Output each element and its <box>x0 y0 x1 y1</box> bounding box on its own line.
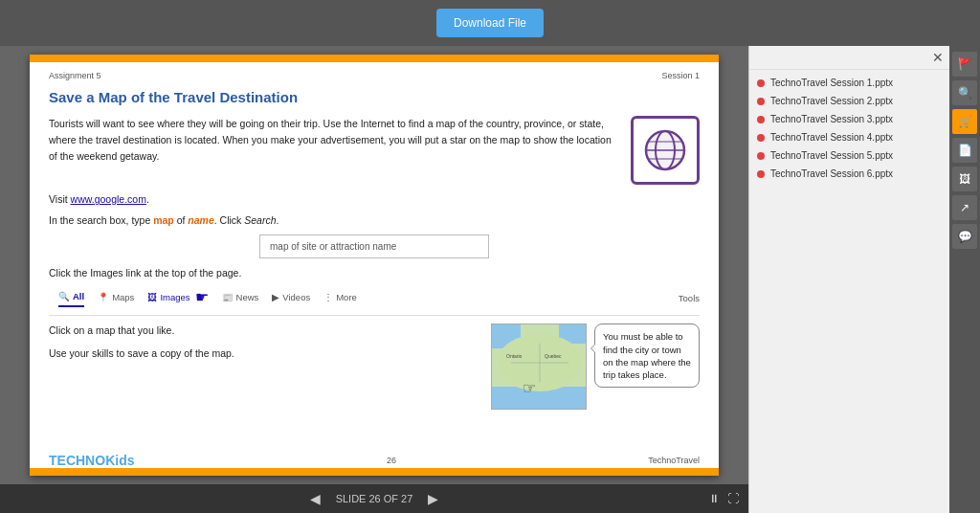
svg-text:Quebec: Quebec <box>545 353 562 359</box>
tab-maps[interactable]: 📍 Maps <box>98 291 134 306</box>
sidebar-search-button[interactable]: 🔍 <box>952 80 977 105</box>
globe-icon <box>641 126 689 174</box>
kids-accent: Kids <box>105 453 134 468</box>
tab-images[interactable]: 🖼 Images ☛ <box>147 286 208 311</box>
search-icon: 🔍 <box>58 290 70 303</box>
next-slide-button[interactable]: ▶ <box>422 489 444 508</box>
right-file-panel: ✕ TechnoTravel Session 1.pptxTechnoTrave… <box>748 46 949 513</box>
maps-icon: 📍 <box>98 291 109 304</box>
slide-bottom-bar <box>30 468 719 476</box>
file-name: TechnoTravel Session 5.pptx <box>770 150 893 161</box>
sidebar-share-button[interactable]: ↗ <box>952 195 977 220</box>
file-dot <box>757 98 765 105</box>
slide-content: Assignment 5 Session 1 Save a Map of the… <box>30 62 719 421</box>
map-word: map <box>153 214 174 226</box>
slide-title: Save a Map of the Travel Destination <box>49 87 700 109</box>
map-image-area: Ontario Quebec ☞ You must be able to fin… <box>491 323 700 410</box>
tab-all[interactable]: 🔍 All <box>58 290 84 307</box>
file-list-item[interactable]: TechnoTravel Session 5.pptx <box>749 146 949 165</box>
download-button[interactable]: Download File <box>436 9 544 37</box>
pause-button[interactable]: ⏸ <box>708 492 720 505</box>
file-list-item[interactable]: TechnoTravel Session 2.pptx <box>749 92 949 110</box>
file-dot <box>757 79 765 87</box>
assignment-label: Assignment 5 <box>49 70 101 83</box>
tools-label[interactable]: Tools <box>679 292 700 305</box>
file-list-item[interactable]: TechnoTravel Session 3.pptx <box>749 110 949 128</box>
file-list-item[interactable]: TechnoTravel Session 6.pptx <box>749 165 949 183</box>
slide: Assignment 5 Session 1 Save a Map of the… <box>30 55 719 476</box>
click-map-text: Click on a map that you like. <box>49 323 481 339</box>
svg-point-5 <box>646 131 684 169</box>
file-name: TechnoTravel Session 6.pptx <box>770 168 893 179</box>
file-list-item[interactable]: TechnoTravel Session 1.pptx <box>749 74 949 92</box>
sidebar-flag-button[interactable]: 🚩 <box>952 52 977 77</box>
right-sidebar: 🚩 🔍 🛒 📄 🖼 ↗ 💬 <box>949 46 980 513</box>
search-instruction: In the search box, type map of name. Cli… <box>49 213 700 229</box>
sidebar-doc-button[interactable]: 📄 <box>952 138 977 163</box>
tab-videos[interactable]: ▶ Videos <box>272 291 310 306</box>
file-dot <box>757 152 765 160</box>
map-svg: Ontario Quebec ☞ <box>492 324 587 410</box>
svg-text:Ontario: Ontario <box>506 353 523 359</box>
visit-line: Visit www.google.com. <box>49 192 700 208</box>
sidebar-chat-button[interactable]: 💬 <box>952 224 977 249</box>
images-icon: 🖼 <box>147 291 157 304</box>
top-bar: Download File <box>0 0 980 46</box>
slide-wrapper: Assignment 5 Session 1 Save a Map of the… <box>0 46 748 484</box>
slide-top-bar <box>30 55 719 62</box>
file-dot <box>757 116 765 123</box>
slide-body-text: Tourists will want to see where they wil… <box>49 116 621 185</box>
file-list: TechnoTravel Session 1.pptxTechnoTravel … <box>749 70 949 513</box>
globe-icon-box <box>631 116 700 185</box>
slide-footer: TECHNOKids 26 TechnoTravel <box>49 453 700 468</box>
fullscreen-button[interactable]: ⛶ <box>727 492 739 505</box>
file-name: TechnoTravel Session 3.pptx <box>770 114 893 124</box>
techno-brand: TECHNO <box>49 453 105 468</box>
file-name: TechnoTravel Session 2.pptx <box>770 96 893 106</box>
search-click-word: Search <box>244 214 276 226</box>
map-thumbnail: Ontario Quebec ☞ <box>491 323 587 410</box>
panel-close-button[interactable]: ✕ <box>932 50 944 65</box>
slide-container: Assignment 5 Session 1 Save a Map of the… <box>0 46 748 513</box>
search-box: map of site or attraction name <box>259 234 489 258</box>
svg-text:☞: ☞ <box>523 380 536 396</box>
prev-slide-button[interactable]: ◀ <box>304 489 326 508</box>
save-map-text: Use your skills to save a copy of the ma… <box>49 346 481 362</box>
search-box-container: map of site or attraction name <box>49 234 700 258</box>
slide-meta: Assignment 5 Session 1 <box>49 70 700 83</box>
bottom-nav-bar: ◀ SLIDE 26 OF 27 ▶ ⏸ ⛶ <box>0 484 748 513</box>
name-word: name <box>188 214 213 226</box>
techno-travel-footer: TechnoTravel <box>648 456 700 465</box>
videos-icon: ▶ <box>272 291 279 304</box>
bottom-left: Click on a map that you like. Use your s… <box>49 323 481 410</box>
sidebar-cart-button[interactable]: 🛒 <box>952 109 977 134</box>
slide-body: Tourists will want to see where they wil… <box>49 116 700 185</box>
techno-logo: TECHNOKids <box>49 453 134 468</box>
speech-bubble: You must be able to find the city or tow… <box>594 323 700 388</box>
tab-more[interactable]: ⋮ More <box>323 291 357 306</box>
session-label: Session 1 <box>661 70 700 83</box>
images-instruction: Click the Images link at the top of the … <box>49 266 700 281</box>
file-name: TechnoTravel Session 1.pptx <box>770 78 893 88</box>
file-name: TechnoTravel Session 4.pptx <box>770 132 893 143</box>
slide-page-number: 26 <box>387 456 396 465</box>
sidebar-image-button[interactable]: 🖼 <box>952 167 977 191</box>
more-icon: ⋮ <box>323 291 333 304</box>
google-tabs-bar: 🔍 All 📍 Maps 🖼 Images ☛ <box>49 286 700 316</box>
google-link[interactable]: www.google.com <box>71 193 146 205</box>
panel-header: ✕ <box>749 46 949 70</box>
news-icon: 📰 <box>222 291 234 304</box>
slide-info: SLIDE 26 OF 27 <box>336 493 413 504</box>
tab-news[interactable]: 📰 News <box>222 291 259 306</box>
file-dot <box>757 170 765 178</box>
file-dot <box>757 134 765 142</box>
bottom-section: Click on a map that you like. Use your s… <box>49 323 700 410</box>
cursor-hand: ☛ <box>195 286 209 309</box>
file-list-item[interactable]: TechnoTravel Session 4.pptx <box>749 128 949 146</box>
